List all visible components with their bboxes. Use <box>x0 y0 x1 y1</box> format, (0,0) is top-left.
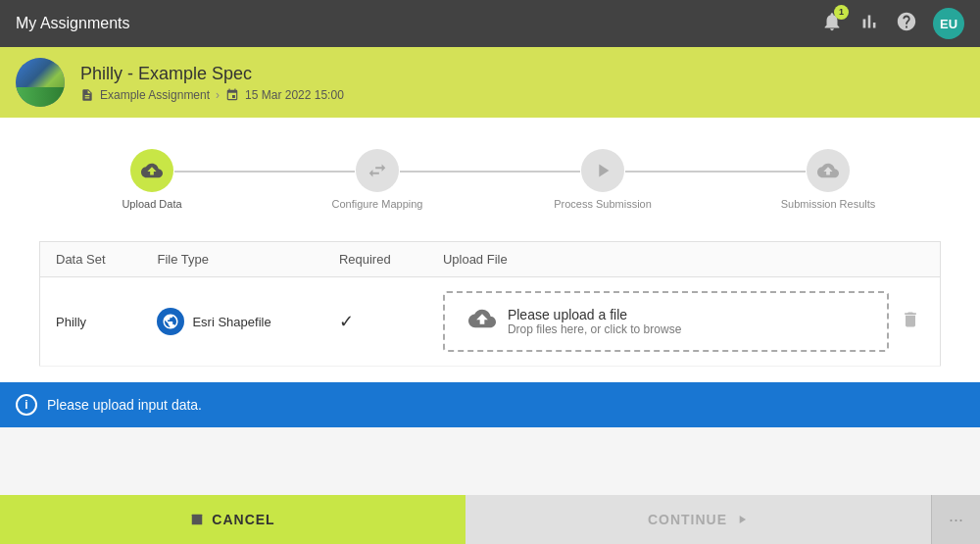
info-bar: i Please upload input data. <box>0 382 980 427</box>
more-label: ··· <box>949 510 963 530</box>
globe-icon <box>157 308 184 335</box>
step-upload-data-label: Upload Data <box>122 198 181 210</box>
app-title: My Assignments <box>16 15 129 32</box>
project-bar: Philly - Example Spec Example Assignment… <box>0 47 980 118</box>
step-submission-results: Submission Results <box>715 149 941 210</box>
cell-dataset: Philly <box>40 277 142 367</box>
step-process-submission-circle <box>581 149 624 192</box>
col-uploadfile: Upload File <box>427 242 941 277</box>
required-check: ✓ <box>339 312 354 331</box>
col-required: Required <box>323 242 427 277</box>
step-upload-data-circle <box>130 149 173 192</box>
step-process-submission-label: Process Submission <box>554 198 652 210</box>
upload-secondary-text: Drop files here, or click to browse <box>508 322 681 336</box>
breadcrumb-sep: › <box>216 88 220 102</box>
step-upload-data: Upload Data <box>39 149 265 210</box>
step-configure-mapping: Configure Mapping <box>265 149 490 210</box>
upload-primary-text: Please upload a file <box>508 307 681 322</box>
cell-upload[interactable]: Please upload a file Drop files here, or… <box>427 277 941 367</box>
project-avatar <box>16 58 65 107</box>
top-bar: My Assignments 1 EU <box>0 0 980 47</box>
info-message: Please upload input data. <box>47 397 202 413</box>
steps-row: Upload Data Configure Mapping Process Su… <box>39 141 941 218</box>
table-row: Philly Esri Shapefile ✓ <box>40 277 941 367</box>
filetype-label: Esri Shapefile <box>192 315 270 329</box>
notification-badge: 1 <box>834 5 849 20</box>
upload-cloud-icon <box>468 305 496 338</box>
step-process-submission: Process Submission <box>490 149 715 210</box>
more-button[interactable]: ··· <box>931 495 980 544</box>
top-bar-icons: 1 EU <box>821 8 964 39</box>
main-content: Upload Data Configure Mapping Process Su… <box>0 118 980 382</box>
cell-required: ✓ <box>323 277 427 367</box>
footer-row: CANCEL CONTINUE ··· <box>0 495 980 544</box>
svg-rect-0 <box>192 515 203 525</box>
project-title: Philly - Example Spec <box>80 64 344 84</box>
cancel-button[interactable]: CANCEL <box>0 495 466 544</box>
col-dataset: Data Set <box>40 242 142 277</box>
project-meta: Example Assignment › 15 Mar 2022 15:00 <box>80 88 344 102</box>
continue-button[interactable]: CONTINUE <box>466 495 931 544</box>
cell-filetype: Esri Shapefile <box>141 277 322 367</box>
project-date: 15 Mar 2022 15:00 <box>245 88 344 102</box>
help-icon[interactable] <box>896 11 917 37</box>
info-icon: i <box>16 394 37 416</box>
project-info: Philly - Example Spec Example Assignment… <box>80 64 344 102</box>
notification-icon[interactable]: 1 <box>821 11 843 37</box>
cancel-label: CANCEL <box>212 512 274 527</box>
user-avatar[interactable]: EU <box>933 8 964 39</box>
step-configure-mapping-label: Configure Mapping <box>332 198 423 210</box>
assignment-label: Example Assignment <box>100 88 210 102</box>
step-configure-mapping-circle <box>356 149 399 192</box>
continue-label: CONTINUE <box>648 512 727 527</box>
delete-row-button[interactable] <box>897 306 924 338</box>
upload-drop-zone[interactable]: Please upload a file Drop files here, or… <box>443 291 889 352</box>
data-table: Data Set File Type Required Upload File … <box>39 241 941 367</box>
chart-icon[interactable] <box>858 11 880 37</box>
col-filetype: File Type <box>141 242 322 277</box>
upload-text-block: Please upload a file Drop files here, or… <box>508 307 681 336</box>
step-submission-results-label: Submission Results <box>781 198 876 210</box>
step-submission-results-circle <box>807 149 850 192</box>
